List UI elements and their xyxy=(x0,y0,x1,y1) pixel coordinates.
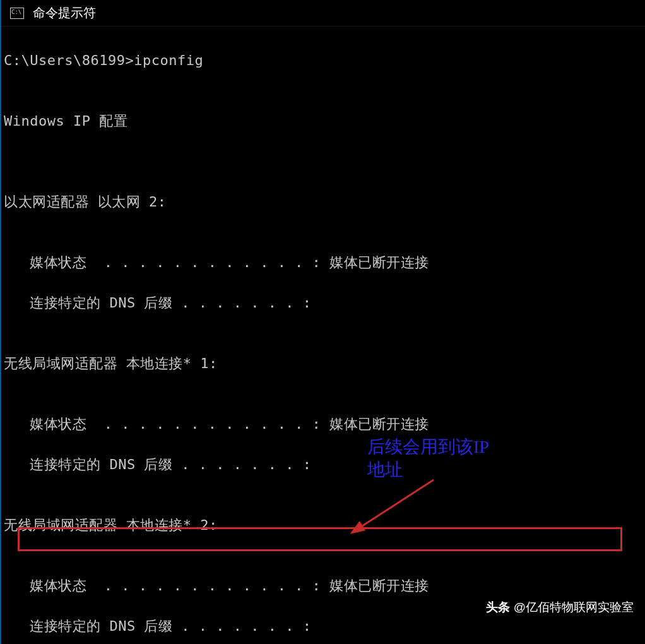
dns-suffix: 连接特定的 DNS 后缀 . . . . . . . : xyxy=(4,455,642,475)
adapter-title: 无线局域网适配器 本地连接* 2: xyxy=(4,515,642,535)
window-titlebar: C:\ 命令提示符 xyxy=(1,0,645,27)
watermark-author: @亿佰特物联网实验室 xyxy=(514,599,634,616)
media-state: 媒体状态 . . . . . . . . . . . . : 媒体已断开连接 xyxy=(4,576,642,596)
watermark-brand: 头条 xyxy=(486,599,510,616)
prompt-line: C:\Users\86199>ipconfig xyxy=(4,51,642,71)
dns-suffix: 连接特定的 DNS 后缀 . . . . . . . : xyxy=(4,616,642,636)
adapter-title: 以太网适配器 以太网 2: xyxy=(4,192,642,212)
terminal-output[interactable]: C:\Users\86199>ipconfig Windows IP 配置 以太… xyxy=(1,27,645,644)
ipconfig-header: Windows IP 配置 xyxy=(4,111,642,131)
watermark: 头条 @亿佰特物联网实验室 xyxy=(486,599,634,616)
dns-suffix: 连接特定的 DNS 后缀 . . . . . . . : xyxy=(4,293,642,313)
media-state: 媒体状态 . . . . . . . . . . . . : 媒体已断开连接 xyxy=(4,414,642,434)
cmd-icon: C:\ xyxy=(10,8,24,19)
window-title: 命令提示符 xyxy=(33,4,96,21)
media-state: 媒体状态 . . . . . . . . . . . . : 媒体已断开连接 xyxy=(4,253,642,273)
adapter-title: 无线局域网适配器 本地连接* 1: xyxy=(4,354,642,374)
